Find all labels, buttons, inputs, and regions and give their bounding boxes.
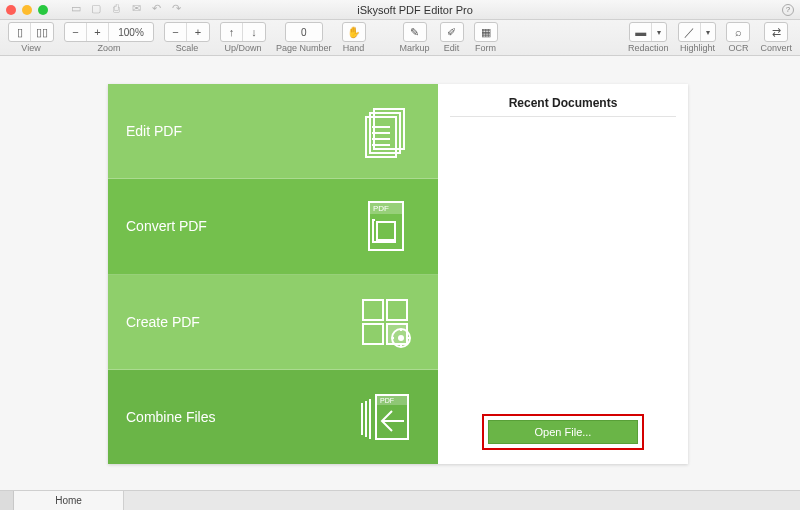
view-group: ▯ ▯▯ View bbox=[8, 22, 54, 53]
svg-rect-10 bbox=[377, 222, 395, 240]
svg-text:PDF: PDF bbox=[380, 397, 394, 404]
svg-rect-11 bbox=[363, 300, 383, 320]
highlight-dropdown-icon[interactable]: ▾ bbox=[701, 23, 715, 41]
highlight-label: Highlight bbox=[680, 43, 715, 53]
combine-icon: PDF bbox=[356, 387, 416, 447]
page-up-icon[interactable]: ↑ bbox=[221, 23, 243, 41]
view-single-icon[interactable]: ▯ bbox=[9, 23, 31, 41]
undo-icon[interactable]: ↶ bbox=[150, 2, 162, 14]
hand-label: Hand bbox=[343, 43, 365, 53]
print-icon[interactable]: ⎙ bbox=[110, 2, 122, 14]
svg-text:PDF: PDF bbox=[373, 204, 389, 213]
view-label: View bbox=[21, 43, 40, 53]
view-double-icon[interactable]: ▯▯ bbox=[31, 23, 53, 41]
markup-label: Markup bbox=[400, 43, 430, 53]
tile-convert-pdf[interactable]: Convert PDF PDF bbox=[108, 179, 438, 274]
tiles-column: Edit PDF Convert PDF PDF bbox=[108, 84, 438, 464]
updown-label: Up/Down bbox=[224, 43, 261, 53]
svg-rect-13 bbox=[363, 324, 383, 344]
tab-home[interactable]: Home bbox=[14, 491, 124, 510]
scale-group: − + Scale bbox=[164, 22, 210, 53]
open-file-highlight: Open File... bbox=[482, 414, 644, 450]
recent-list bbox=[450, 117, 676, 414]
tile-combine-files[interactable]: Combine Files PDF bbox=[108, 370, 438, 464]
form-group: ▦ Form bbox=[474, 22, 498, 53]
zoom-label: Zoom bbox=[97, 43, 120, 53]
tile-create-label: Create PDF bbox=[126, 314, 200, 330]
form-tool-icon[interactable]: ▦ bbox=[475, 23, 497, 41]
toolbar: ▯ ▯▯ View − + 100% Zoom − + Scale ↑ ↓ Up… bbox=[0, 20, 800, 56]
zoom-window-icon[interactable] bbox=[38, 5, 48, 15]
tab-bar: Home bbox=[0, 490, 800, 510]
markup-icon[interactable]: ✎ bbox=[404, 23, 426, 41]
markup-group: ✎ Markup bbox=[400, 22, 430, 53]
tile-combine-label: Combine Files bbox=[126, 409, 215, 425]
svg-rect-12 bbox=[387, 300, 407, 320]
zoom-value[interactable]: 100% bbox=[109, 23, 153, 41]
convert-icon[interactable]: ⇄ bbox=[765, 23, 787, 41]
redo-icon[interactable]: ↷ bbox=[170, 2, 182, 14]
zoom-group: − + 100% Zoom bbox=[64, 22, 154, 53]
hand-group: ✋ Hand bbox=[342, 22, 366, 53]
convert-file-icon: PDF bbox=[356, 196, 416, 256]
page-number-field[interactable]: 0 bbox=[286, 23, 322, 41]
window-controls bbox=[6, 5, 48, 15]
edit-group: ✐ Edit bbox=[440, 22, 464, 53]
recent-pane: Recent Documents Open File... bbox=[438, 84, 688, 464]
redaction-icon[interactable]: ▬ bbox=[630, 23, 652, 41]
redaction-group: ▬ ▾ Redaction bbox=[628, 22, 669, 53]
updown-group: ↑ ↓ Up/Down bbox=[220, 22, 266, 53]
tile-edit-pdf[interactable]: Edit PDF bbox=[108, 84, 438, 179]
close-window-icon[interactable] bbox=[6, 5, 16, 15]
highlight-group: ／ ▾ Highlight bbox=[678, 22, 716, 53]
svg-rect-14 bbox=[387, 324, 407, 344]
scale-down-icon[interactable]: − bbox=[165, 23, 187, 41]
highlight-icon[interactable]: ／ bbox=[679, 23, 701, 41]
recent-heading: Recent Documents bbox=[509, 96, 618, 110]
open-file-button[interactable]: Open File... bbox=[488, 420, 638, 444]
tab-gutter bbox=[0, 491, 14, 510]
folder-icon[interactable]: ▭ bbox=[70, 2, 82, 14]
minimize-window-icon[interactable] bbox=[22, 5, 32, 15]
edit-label: Edit bbox=[444, 43, 460, 53]
ocr-label: OCR bbox=[728, 43, 748, 53]
mail-icon[interactable]: ✉ bbox=[130, 2, 142, 14]
redaction-label: Redaction bbox=[628, 43, 669, 53]
convert-label: Convert bbox=[760, 43, 792, 53]
form-label: Form bbox=[475, 43, 496, 53]
ocr-group: ⌕ OCR bbox=[726, 22, 750, 53]
svg-point-16 bbox=[398, 335, 404, 341]
page-number-group: 0 Page Number bbox=[276, 22, 332, 53]
quick-access-bar: ▭ ▢ ⎙ ✉ ↶ ↷ bbox=[70, 2, 182, 14]
ocr-icon[interactable]: ⌕ bbox=[727, 23, 749, 41]
page-down-icon[interactable]: ↓ bbox=[243, 23, 265, 41]
canvas: Edit PDF Convert PDF PDF bbox=[0, 56, 800, 490]
hand-tool-icon[interactable]: ✋ bbox=[343, 23, 365, 41]
convert-group: ⇄ Convert bbox=[760, 22, 792, 53]
page-number-label: Page Number bbox=[276, 43, 332, 53]
tile-edit-label: Edit PDF bbox=[126, 123, 182, 139]
pages-icon bbox=[356, 101, 416, 161]
zoom-out-icon[interactable]: − bbox=[65, 23, 87, 41]
zoom-in-icon[interactable]: + bbox=[87, 23, 109, 41]
tile-create-pdf[interactable]: Create PDF bbox=[108, 275, 438, 370]
start-panel: Edit PDF Convert PDF PDF bbox=[108, 84, 688, 464]
help-icon[interactable]: ? bbox=[782, 4, 794, 16]
redaction-dropdown-icon[interactable]: ▾ bbox=[652, 23, 666, 41]
create-grid-icon bbox=[356, 292, 416, 352]
scale-up-icon[interactable]: + bbox=[187, 23, 209, 41]
titlebar: ▭ ▢ ⎙ ✉ ↶ ↷ iSkysoft PDF Editor Pro ? bbox=[0, 0, 800, 20]
scale-label: Scale bbox=[176, 43, 199, 53]
tile-convert-label: Convert PDF bbox=[126, 218, 207, 234]
edit-tool-icon[interactable]: ✐ bbox=[441, 23, 463, 41]
save-icon[interactable]: ▢ bbox=[90, 2, 102, 14]
